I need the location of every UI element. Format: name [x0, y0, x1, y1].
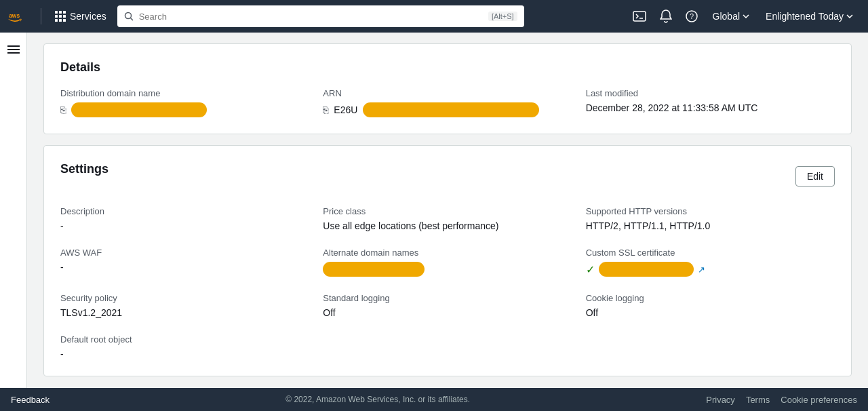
svg-text:aws: aws: [9, 12, 20, 19]
distribution-domain-field: Distribution domain name ⎘: [60, 88, 309, 117]
search-input[interactable]: [139, 12, 483, 22]
svg-rect-3: [633, 12, 646, 21]
arn-field: ARN ⎘ E26U: [323, 88, 572, 117]
settings-header: Settings Edit: [60, 162, 835, 190]
aws-logo[interactable]: aws: [8, 4, 33, 28]
settings-title: Settings: [60, 162, 108, 176]
distribution-domain-redacted: [71, 102, 207, 117]
cookie-logging-label: Cookie logging: [586, 293, 835, 303]
details-grid: Distribution domain name ⎘ ARN ⎘ E26U La…: [60, 88, 835, 117]
cookie-prefs-link[interactable]: Cookie preferences: [781, 395, 857, 405]
standard-logging-label: Standard logging: [323, 293, 572, 303]
custom-ssl-field: Custom SSL certificate ✓ ↗: [586, 248, 835, 277]
security-policy-field: Security policy TLSv1.2_2021: [60, 293, 309, 318]
distribution-domain-value: ⎘: [60, 102, 309, 117]
sidebar-toggle[interactable]: [2, 38, 25, 63]
chevron-down-icon: [743, 14, 749, 18]
global-menu[interactable]: Global: [706, 8, 756, 24]
svg-text:?: ?: [690, 12, 694, 20]
search-shortcut: [Alt+S]: [488, 12, 517, 21]
global-label: Global: [713, 11, 740, 22]
last-modified-value: December 28, 2022 at 11:33:58 AM UTC: [586, 102, 835, 113]
last-modified-field: Last modified December 28, 2022 at 11:33…: [586, 88, 835, 117]
svg-line-2: [130, 18, 133, 21]
custom-ssl-label: Custom SSL certificate: [586, 248, 835, 258]
http-versions-label: Supported HTTP versions: [586, 206, 835, 216]
privacy-link[interactable]: Privacy: [706, 395, 735, 405]
nav-right: ? Global Enlightened Today: [627, 5, 860, 27]
bell-icon-btn[interactable]: [654, 5, 677, 27]
terms-link[interactable]: Terms: [746, 395, 770, 405]
aws-waf-value: -: [60, 262, 309, 273]
sidebar: [0, 33, 27, 388]
search-icon: [124, 12, 134, 21]
last-modified-label: Last modified: [586, 88, 835, 98]
search-bar[interactable]: [Alt+S]: [117, 5, 524, 27]
security-policy-value: TLSv1.2_2021: [60, 307, 309, 318]
description-value: -: [60, 220, 309, 231]
details-title: Details: [60, 60, 835, 75]
arn-prefix: E26U: [334, 104, 357, 115]
user-label: Enlightened Today: [766, 11, 844, 22]
aws-waf-field: AWS WAF -: [60, 248, 309, 277]
settings-grid: Description - Price class Use all edge l…: [60, 206, 835, 359]
main-content: Details Distribution domain name ⎘ ARN ⎘…: [27, 33, 868, 398]
copyright-text: © 2022, Amazon Web Services, Inc. or its…: [285, 395, 470, 404]
bottom-right: Privacy Terms Cookie preferences: [706, 395, 857, 405]
copy-arn-icon[interactable]: ⎘: [323, 104, 328, 115]
svg-point-1: [125, 13, 131, 19]
arn-value: ⎘ E26U: [323, 102, 572, 117]
top-nav: aws Services [Alt+S]: [0, 0, 868, 33]
edit-button[interactable]: Edit: [795, 166, 835, 187]
http-versions-value: HTTP/2, HTTP/1.1, HTTP/1.0: [586, 220, 835, 231]
user-chevron-icon: [846, 14, 853, 18]
custom-ssl-value: ✓ ↗: [586, 262, 835, 277]
ssl-cert-redacted: [599, 262, 694, 277]
grid-icon: [55, 11, 66, 22]
default-root-value: -: [60, 349, 309, 359]
last-modified-text: December 28, 2022 at 11:33:58 AM UTC: [586, 102, 758, 113]
alternate-domain-redacted: [323, 262, 425, 277]
price-class-value: Use all edge locations (best performance…: [323, 220, 572, 231]
http-versions-field: Supported HTTP versions HTTP/2, HTTP/1.1…: [586, 206, 835, 231]
description-field: Description -: [60, 206, 309, 231]
external-link-icon[interactable]: ↗: [698, 265, 705, 275]
default-root-field: Default root object -: [60, 334, 309, 359]
user-menu[interactable]: Enlightened Today: [759, 8, 860, 24]
price-class-label: Price class: [323, 206, 572, 216]
feedback-link[interactable]: Feedback: [11, 395, 50, 405]
services-label: Services: [70, 11, 106, 22]
help-icon-btn[interactable]: ?: [680, 6, 703, 26]
alternate-domain-field: Alternate domain names: [323, 248, 572, 277]
cookie-logging-value: Off: [586, 307, 835, 318]
green-check-icon: ✓: [586, 263, 595, 276]
services-menu[interactable]: Services: [50, 8, 112, 24]
arn-label: ARN: [323, 88, 572, 98]
nav-divider-1: [41, 8, 41, 24]
description-label: Description: [60, 206, 309, 216]
alternate-domain-label: Alternate domain names: [323, 248, 572, 258]
default-root-label: Default root object: [60, 334, 309, 345]
standard-logging-field: Standard logging Off: [323, 293, 572, 318]
distribution-domain-label: Distribution domain name: [60, 88, 309, 98]
price-class-field: Price class Use all edge locations (best…: [323, 206, 572, 231]
standard-logging-value: Off: [323, 307, 572, 318]
aws-waf-label: AWS WAF: [60, 248, 309, 258]
copy-domain-icon[interactable]: ⎘: [60, 104, 66, 115]
details-card: Details Distribution domain name ⎘ ARN ⎘…: [43, 43, 852, 134]
cookie-logging-field: Cookie logging Off: [586, 293, 835, 318]
settings-card: Settings Edit Description - Price class …: [43, 145, 852, 376]
security-policy-label: Security policy: [60, 293, 309, 303]
arn-redacted: [363, 102, 539, 117]
terminal-icon-btn[interactable]: [627, 5, 652, 27]
bottom-center: © 2022, Amazon Web Services, Inc. or its…: [50, 395, 706, 404]
alternate-domain-value: [323, 262, 572, 277]
bottom-bar: Feedback © 2022, Amazon Web Services, In…: [0, 388, 868, 411]
